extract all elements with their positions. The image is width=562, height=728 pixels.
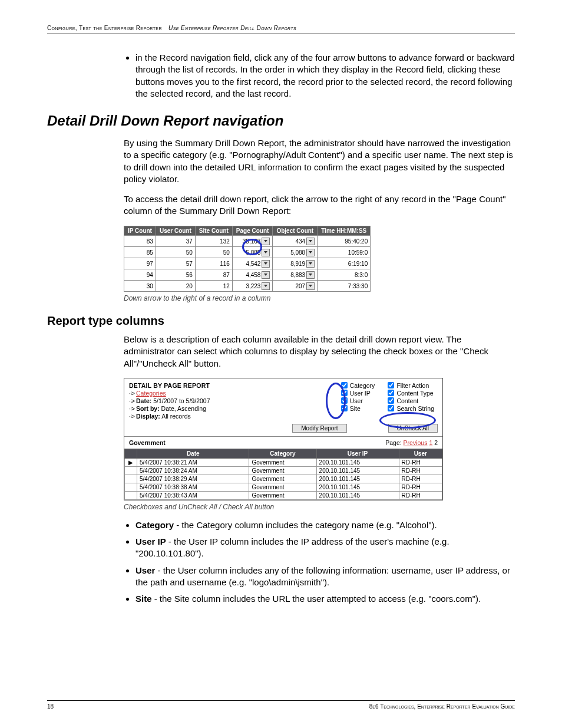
table-row: 97571164,5428,9196:19:10 [124, 258, 371, 269]
dropdown-arrow-icon[interactable] [262, 271, 270, 279]
checkbox-icon[interactable] [341, 390, 348, 396]
column-checkbox[interactable]: User [341, 397, 375, 404]
th-ip[interactable]: IP Count [124, 226, 156, 236]
checkbox-icon[interactable] [388, 397, 394, 404]
para-3: Below is a description of each column av… [124, 334, 515, 370]
figure2-caption: Checkboxes and UnCheck All / Check All b… [124, 503, 515, 511]
definition-item: Category - the Category column includes … [135, 519, 515, 531]
figure1-caption: Down arrow to the right of a record in a… [124, 294, 515, 302]
checkbox-icon[interactable] [388, 382, 394, 388]
column-checkbox[interactable]: Filter Action [388, 382, 434, 389]
subsection-heading: Report type columns [47, 314, 515, 328]
table-row[interactable]: ▶5/4/2007 10:38:21 AMGovernment200.10.10… [125, 458, 442, 466]
checkbox-icon[interactable] [388, 405, 394, 411]
dropdown-arrow-icon[interactable] [306, 260, 315, 268]
column-checkbox[interactable]: Search String [388, 405, 434, 412]
dropdown-arrow-icon[interactable] [306, 282, 315, 290]
modify-report-button[interactable]: Modify Report [292, 424, 346, 433]
th-time[interactable]: Time HH:MM:SS [318, 226, 371, 236]
checkbox-icon[interactable] [388, 390, 394, 396]
para-1: By using the Summary Drill Down Report, … [124, 137, 515, 185]
table-row[interactable]: 5/4/2007 10:38:29 AMGovernment200.10.101… [125, 475, 442, 483]
section-heading: Detail Drill Down Report navigation [47, 113, 515, 129]
header-left: Configure, Test the Enterprise Reporter [47, 25, 162, 31]
count-table: IP Count User Count Site Count Page Coun… [124, 226, 371, 292]
table-row: 3020123,2232077:33:30 [124, 281, 371, 292]
column-checkbox[interactable]: User IP [341, 390, 375, 397]
th-object[interactable]: Object Count [273, 226, 318, 236]
pager: Page: Previous 1 2 [385, 439, 438, 446]
dropdown-arrow-icon[interactable] [262, 238, 270, 245]
page-footer: 18 8e6 Technologies, Enterprise Reporter… [47, 700, 515, 710]
column-checkbox[interactable]: Category [341, 382, 375, 389]
col-user[interactable]: User [399, 449, 442, 458]
pager-1[interactable]: 1 [429, 439, 432, 446]
table-row: 8550505,8855,08810:59:0 [124, 247, 371, 258]
th-site[interactable]: Site Count [195, 226, 232, 236]
definition-item: Site - the Site column includes the URL … [135, 593, 515, 605]
categories-link[interactable]: Categories [136, 390, 166, 397]
column-checkbox[interactable]: Content [388, 397, 434, 404]
detail-panel: DETAIL BY PAGE REPORT ··>Categories ··>D… [124, 378, 443, 500]
page-number: 18 [47, 703, 54, 710]
para-2: To access the detail drill down report, … [124, 193, 515, 218]
definition-item: User - the User column includes any of t… [135, 565, 515, 589]
current-category: Government [129, 439, 166, 446]
checkbox-icon[interactable] [341, 397, 348, 404]
dropdown-arrow-icon[interactable] [262, 282, 270, 290]
col-date[interactable]: Date [137, 449, 249, 458]
dropdown-arrow-icon[interactable] [306, 238, 315, 245]
column-checkbox[interactable]: Site [341, 405, 375, 412]
detail-table: Date Category User IP User ▶5/4/2007 10:… [124, 449, 442, 500]
col-userip[interactable]: User IP [316, 449, 399, 458]
th-page[interactable]: Page Count [232, 226, 273, 236]
dropdown-arrow-icon[interactable] [306, 271, 315, 279]
footer-right: 8e6 Technologies, Enterprise Reporter Ev… [369, 703, 515, 710]
header-right: Use Enterprise Reporter Drill Down Repor… [168, 25, 296, 31]
table-row[interactable]: 5/4/2007 10:38:43 AMGovernment200.10.101… [125, 491, 442, 499]
detail-title: DETAIL BY PAGE REPORT [129, 382, 341, 389]
col-category[interactable]: Category [249, 449, 316, 458]
running-header: Configure, Test the Enterprise Reporter … [47, 25, 515, 34]
th-user[interactable]: User Count [156, 226, 195, 236]
column-checkbox[interactable]: Content Type [388, 390, 434, 397]
dropdown-arrow-icon[interactable] [262, 249, 270, 256]
checkbox-icon[interactable] [341, 405, 348, 411]
dropdown-arrow-icon[interactable] [262, 260, 270, 268]
table-row[interactable]: 5/4/2007 10:38:38 AMGovernment200.10.101… [125, 483, 442, 491]
dropdown-arrow-icon[interactable] [306, 249, 315, 256]
table-row: 9456874,4588,8838:3:0 [124, 269, 371, 281]
table-row: 833713235,16343495:40:20 [124, 236, 371, 247]
definition-item: User IP - the User IP column includes th… [135, 536, 515, 560]
uncheck-all-button[interactable]: UnCheck All [388, 424, 438, 433]
checkbox-icon[interactable] [341, 382, 348, 388]
pager-prev[interactable]: Previous [404, 439, 428, 446]
table-row[interactable]: 5/4/2007 10:38:24 AMGovernment200.10.101… [125, 466, 442, 475]
intro-bullet: in the Record navigation field, click an… [135, 52, 515, 100]
